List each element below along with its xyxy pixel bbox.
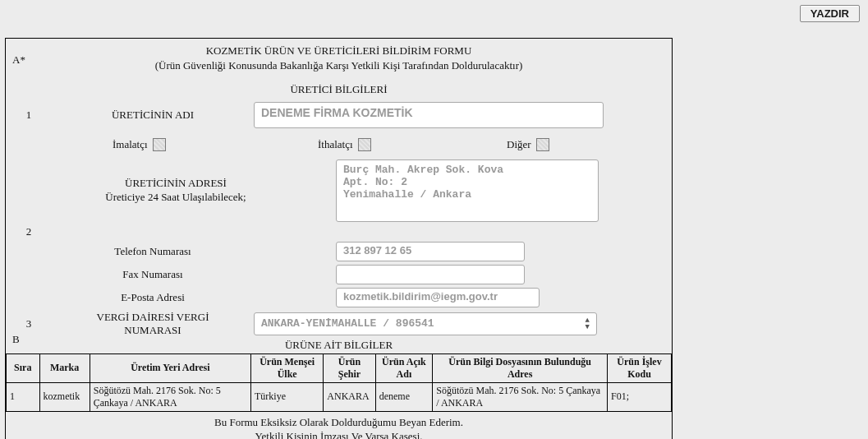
phone-label: Telefon Numarası	[52, 245, 254, 258]
product-table: Sıra Marka Üretim Yeri Adresi Ürün Menşe…	[6, 354, 672, 412]
fax-input[interactable]	[336, 265, 525, 284]
row1-num: 1	[6, 109, 52, 122]
cell-marka: kozmetik	[39, 382, 90, 411]
kind-importer-label: İthalatçı	[318, 138, 353, 151]
chevron-down-icon[interactable]: ▼	[586, 324, 590, 330]
kind-manufacturer-label: İmalatçı	[113, 138, 148, 151]
th-islev: Ürün İşlev Kodu	[608, 354, 672, 382]
app-root: YAZDIR A* KOZMETİK ÜRÜN VE ÜRETİCİLERİ B…	[0, 0, 868, 439]
producer-name-input[interactable]: DENEME FİRMA KOZMETİK	[254, 102, 604, 128]
footer-line-2: Yetkili Kişinin İmzası Ve Varsa Kaşesi.	[6, 429, 672, 439]
tax-value: ANKARA-YENİMAHALLE / 896541	[261, 317, 434, 330]
cell-sira: 1	[7, 382, 40, 411]
cell-uretim: Söğütözü Mah. 2176 Sok. No: 5 Çankaya / …	[90, 382, 250, 411]
form-title: KOZMETİK ÜRÜN VE ÜRETİCİLERİ BİLDİRİM FO…	[6, 44, 672, 58]
kind-manufacturer-checkbox[interactable]	[153, 138, 166, 151]
cell-islev: F01;	[608, 382, 672, 411]
phone-input[interactable]: 312 897 12 65	[336, 242, 525, 261]
section-b-marker: B	[12, 333, 20, 346]
footer-line-1: Bu Formu Eksiksiz Olarak Doldurduğumu Be…	[6, 415, 672, 430]
tax-stepper[interactable]: ▲▼	[586, 317, 590, 330]
product-header: ÜRÜNE AİT BİLGİLER	[6, 339, 672, 352]
th-dosya: Ürün Bilgi Dosyasının Bulunduğu Adres	[433, 354, 608, 382]
row2-num: 2	[6, 225, 52, 238]
form-frame: A* KOZMETİK ÜRÜN VE ÜRETİCİLERİ BİLDİRİM…	[5, 38, 673, 439]
kind-other-checkbox[interactable]	[536, 138, 549, 151]
email-label: E-Posta Adresi	[52, 291, 254, 304]
tax-label-top: VERGİ DAİRESİ VERGİ	[52, 311, 254, 324]
th-acik: Ürün Açık Adı	[375, 354, 433, 382]
th-sehir: Ürün Şehir	[324, 354, 375, 382]
th-mensei: Ürün Menşei Ülke	[251, 354, 324, 382]
producer-header: ÜRETİCİ BİLGİLERİ	[6, 82, 672, 97]
row3-num: 3	[6, 317, 52, 330]
tax-input[interactable]: ANKARA-YENİMAHALLE / 896541 ▲▼	[254, 312, 597, 335]
cell-mensei: Türkiye	[251, 382, 324, 411]
th-uretim-yeri: Üretim Yeri Adresi	[90, 354, 250, 382]
kind-other-label: Diğer	[507, 138, 531, 151]
address-label-bottom: Üreticiye 24 Saat Ulaşılabilecek;	[52, 191, 300, 205]
th-marka: Marka	[39, 354, 90, 382]
form-subtitle: (Ürün Güvenliği Konusunda Bakanlığa Karş…	[6, 58, 672, 73]
kind-importer-checkbox[interactable]	[358, 138, 371, 151]
th-sira: Sıra	[7, 354, 40, 382]
tax-label-bottom: NUMARASI	[52, 324, 254, 337]
section-a-marker: A*	[12, 53, 25, 67]
email-input[interactable]: kozmetik.bildirim@iegm.gov.tr	[336, 288, 540, 307]
table-row: 1 kozmetik Söğütözü Mah. 2176 Sok. No: 5…	[7, 382, 672, 411]
cell-dosya: Söğütözü Mah. 2176 Sok. No: 5 Çankaya / …	[433, 382, 608, 411]
cell-acik: deneme	[375, 382, 433, 411]
print-button[interactable]: YAZDIR	[800, 5, 860, 22]
row1-label: ÜRETİCİNİN ADI	[52, 109, 254, 122]
cell-sehir: ANKARA	[324, 382, 375, 411]
producer-kind-row: İmalatçı İthalatçı Diğer	[6, 138, 672, 151]
address-label-top: ÜRETİCİNİN ADRESİ	[52, 177, 300, 191]
fax-label: Fax Numarası	[52, 268, 254, 281]
producer-address-textarea[interactable]: Burç Mah. Akrep Sok. Kova Apt. No: 2 Yen…	[336, 159, 599, 222]
table-header-row: Sıra Marka Üretim Yeri Adresi Ürün Menşe…	[7, 354, 672, 382]
